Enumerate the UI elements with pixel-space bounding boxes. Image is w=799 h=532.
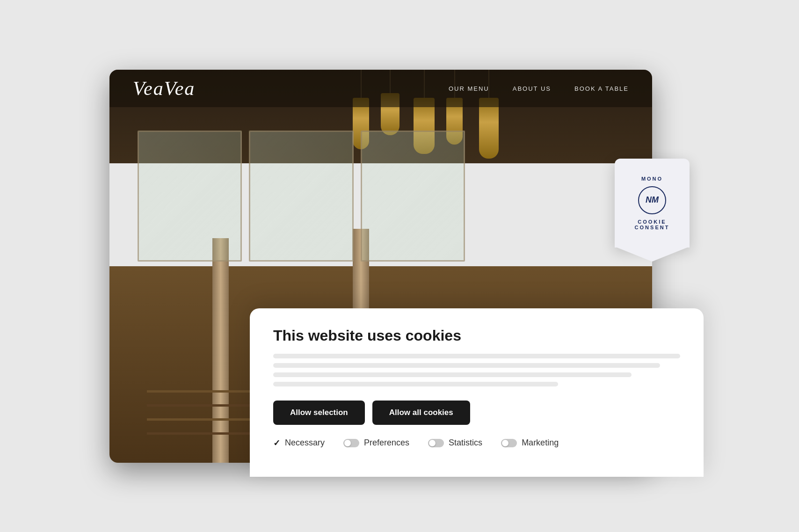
preferences-label: Preferences	[364, 438, 409, 448]
description-line-3	[273, 372, 632, 377]
nav-link-our-menu[interactable]: OUR MENU	[449, 85, 489, 92]
preferences-toggle[interactable]	[343, 439, 359, 447]
nav-item-about-us[interactable]: ABOUT US	[513, 84, 551, 93]
mono-badge: MONO NM COOKIECONSENT	[615, 159, 690, 248]
nav-link-about-us[interactable]: ABOUT US	[513, 85, 551, 92]
statistics-toggle[interactable]	[428, 439, 444, 447]
marketing-label: Marketing	[522, 438, 559, 448]
nav-bar: VeaVea OUR MENU ABOUT US BOOK A TABLE	[109, 70, 652, 107]
mono-badge-circle: NM	[638, 186, 666, 214]
mono-badge-circle-text: NM	[646, 195, 659, 205]
description-line-1	[273, 354, 680, 358]
category-marketing[interactable]: Marketing	[501, 438, 559, 448]
window-pane-2	[249, 131, 353, 262]
statistics-label: Statistics	[449, 438, 482, 448]
window-pane-3	[361, 131, 465, 262]
nav-item-book-table[interactable]: BOOK A TABLE	[574, 84, 629, 93]
cookie-description	[273, 354, 680, 386]
category-preferences[interactable]: Preferences	[343, 438, 409, 448]
necessary-check-icon: ✓	[273, 438, 280, 448]
nav-link-book-table[interactable]: BOOK A TABLE	[574, 85, 629, 92]
allow-all-cookies-button[interactable]: Allow all cookies	[372, 401, 470, 425]
cookie-buttons: Allow selection Allow all cookies	[273, 401, 680, 425]
description-line-4	[273, 382, 558, 386]
cookie-categories: ✓ Necessary Preferences Statistics Marke…	[273, 438, 680, 448]
description-line-2	[273, 363, 660, 368]
mono-badge-top-text: MONO	[641, 176, 663, 182]
scene: VeaVea OUR MENU ABOUT US BOOK A TABLE MO…	[95, 56, 704, 477]
category-necessary: ✓ Necessary	[273, 438, 325, 448]
nav-links: OUR MENU ABOUT US BOOK A TABLE	[449, 84, 629, 93]
nav-item-our-menu[interactable]: OUR MENU	[449, 84, 489, 93]
cookie-title: This website uses cookies	[273, 327, 680, 344]
allow-selection-button[interactable]: Allow selection	[273, 401, 365, 425]
mono-badge-bottom-text: COOKIECONSENT	[635, 219, 670, 230]
website-logo: VeaVea	[133, 77, 449, 100]
category-statistics[interactable]: Statistics	[428, 438, 482, 448]
cookie-dialog: This website uses cookies Allow selectio…	[250, 308, 704, 477]
window-pane-1	[138, 131, 242, 262]
marketing-toggle[interactable]	[501, 439, 517, 447]
necessary-label: Necessary	[285, 438, 325, 448]
windows-area	[138, 131, 465, 262]
